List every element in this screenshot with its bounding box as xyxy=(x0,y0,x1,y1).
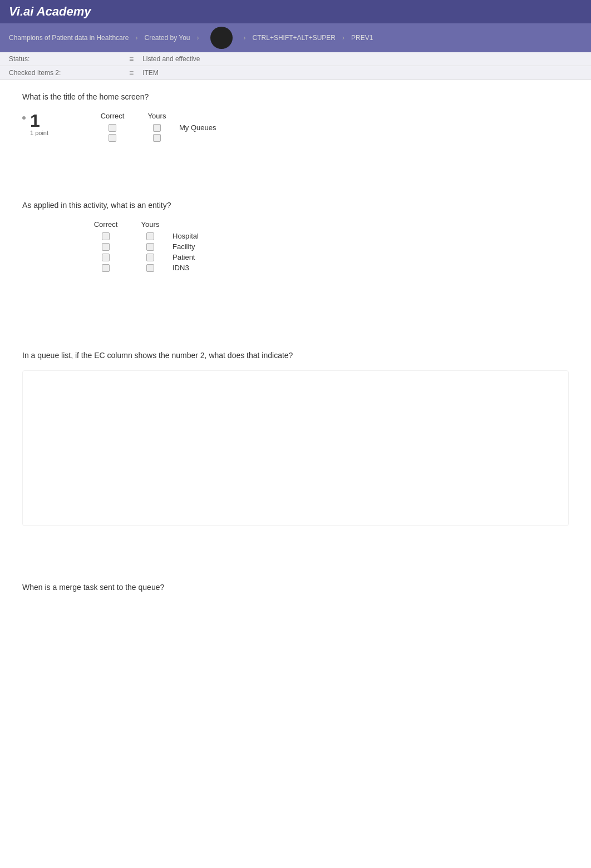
q1-yours-cb-2 xyxy=(135,134,179,142)
q1-number-col: 1 1 point xyxy=(30,112,75,136)
info-value-2: ITEM xyxy=(142,69,159,77)
q1-answer-row-1: My Queues xyxy=(90,123,290,132)
q2-correct-cb-2 xyxy=(83,243,128,251)
q2-answer-label-3: Patient xyxy=(173,253,284,261)
q1-points: 1 point xyxy=(30,130,48,136)
q2-yours-cb-3 xyxy=(128,254,173,261)
nav-item-4[interactable]: PREV1 xyxy=(351,34,373,42)
q2-correct-cb-3 xyxy=(83,254,128,261)
question-block-4: When is a merge task sent to the queue? xyxy=(22,582,569,593)
q1-yours-header: Yours xyxy=(135,112,179,120)
nav-item-1[interactable]: Champions of Patient data in Healthcare xyxy=(9,34,129,42)
q1-correct-cb-1 xyxy=(90,124,135,132)
q2-answer-row-4: IDN3 xyxy=(83,264,569,272)
question-text-2: As applied in this activity, what is an … xyxy=(22,200,569,211)
question-text-4: When is a merge task sent to the queue? xyxy=(22,582,569,593)
q2-answer-label-4: IDN3 xyxy=(173,264,284,272)
q2-correct-header: Correct xyxy=(83,220,128,229)
info-label-1: Status: xyxy=(9,55,120,63)
info-icon-2: ≡ xyxy=(129,68,134,77)
q1-answers-header: Correct Yours xyxy=(90,112,290,120)
info-value-1: Listed and effective xyxy=(142,55,200,63)
q2-answer-row-2: Facility xyxy=(83,242,569,251)
nav-bar: Champions of Patient data in Healthcare … xyxy=(0,23,591,52)
info-label-2: Checked Items 2: xyxy=(9,69,120,77)
q2-yours-cb-1 xyxy=(128,232,173,240)
q2-yours-header: Yours xyxy=(128,220,173,229)
q2-answer-label-2: Facility xyxy=(173,242,284,251)
q2-answer-row-3: Patient xyxy=(83,253,569,261)
q2-yours-cb-2 xyxy=(128,243,173,251)
question-block-2: As applied in this activity, what is an … xyxy=(22,200,569,272)
q2-answers: Correct Yours Hospital Facility Patient xyxy=(83,220,569,272)
header: Vi.ai Academy xyxy=(0,0,591,23)
info-icon-1: ≡ xyxy=(129,54,134,63)
q1-correct-cb-2 xyxy=(90,134,135,142)
q1-answer-row-2 xyxy=(90,134,290,142)
q2-answer-label-1: Hospital xyxy=(173,232,284,240)
question-block-1: What is the title of the home screen? 1 … xyxy=(22,91,569,144)
nav-item-3[interactable]: CTRL+SHIFT+ALT+SUPER xyxy=(253,34,336,42)
q1-correct-header: Correct xyxy=(90,112,135,120)
info-row-1: Status: ≡ Listed and effective xyxy=(0,52,591,66)
question-text-1: What is the title of the home screen? xyxy=(22,91,569,103)
app-title: Vi.ai Academy xyxy=(9,4,91,19)
nav-item-2[interactable]: Created by You xyxy=(144,34,190,42)
q1-marker xyxy=(22,112,26,120)
q3-answer-area xyxy=(22,370,569,526)
main-content: What is the title of the home screen? 1 … xyxy=(0,80,591,627)
question-text-3: In a queue list, if the EC column shows … xyxy=(22,350,569,361)
q2-yours-cb-4 xyxy=(128,264,173,272)
q2-answers-header: Correct Yours xyxy=(83,220,569,229)
info-row-2: Checked Items 2: ≡ ITEM xyxy=(0,66,591,80)
q2-correct-cb-4 xyxy=(83,264,128,272)
q1-yours-cb-1 xyxy=(135,124,179,132)
q1-answer-label-1: My Queues xyxy=(179,123,290,132)
q2-answer-row-1: Hospital xyxy=(83,232,569,240)
q1-number: 1 xyxy=(30,112,40,130)
q1-answers: Correct Yours My Queues xyxy=(90,112,290,144)
user-avatar xyxy=(210,27,233,49)
question-block-3: In a queue list, if the EC column shows … xyxy=(22,350,569,526)
q2-correct-cb-1 xyxy=(83,232,128,240)
